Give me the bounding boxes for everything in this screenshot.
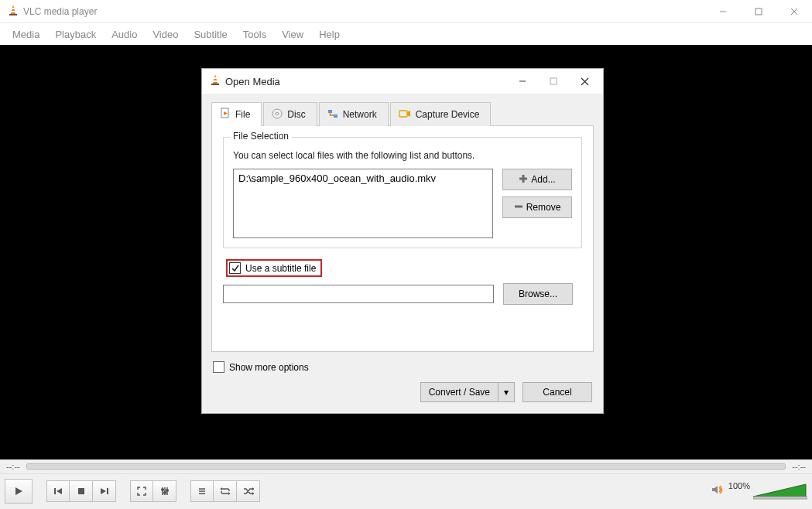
remove-file-button[interactable]: Remove: [502, 196, 572, 218]
loop-button[interactable]: [214, 480, 237, 502]
vlc-cone-icon: [210, 73, 221, 89]
main-close-button[interactable]: [776, 0, 812, 23]
menu-view[interactable]: View: [274, 26, 311, 43]
tab-network-label: Network: [343, 109, 377, 120]
file-list[interactable]: D:\sample_960x400_ocean_with_audio.mkv: [233, 169, 493, 238]
vlc-cone-icon: [8, 4, 19, 19]
svg-point-38: [166, 489, 168, 491]
previous-button[interactable]: [46, 480, 70, 502]
add-file-button[interactable]: Add...: [502, 169, 572, 190]
subtitle-path-input[interactable]: [223, 285, 494, 303]
svg-rect-30: [78, 488, 84, 494]
menu-subtitle[interactable]: Subtitle: [186, 26, 235, 43]
dialog-tabs: File Disc Network Capture Device: [211, 101, 594, 126]
browse-subtitle-button[interactable]: Browse...: [503, 283, 573, 305]
dialog-minimize-button[interactable]: [507, 70, 538, 92]
use-subtitle-label: Use a subtitle file: [245, 263, 316, 274]
video-area: Open Media File Disc Network: [0, 45, 812, 459]
file-list-item[interactable]: D:\sample_960x400_ocean_with_audio.mkv: [238, 173, 488, 184]
file-selection-legend: File Selection: [230, 131, 292, 142]
file-icon: [220, 108, 231, 121]
next-button[interactable]: [93, 480, 116, 502]
extended-settings-button[interactable]: [153, 480, 176, 502]
svg-rect-21: [334, 114, 337, 118]
svg-rect-2: [11, 11, 15, 12]
convert-save-dropdown[interactable]: ▾: [499, 382, 515, 402]
svg-marker-47: [753, 484, 806, 497]
svg-marker-44: [252, 487, 254, 490]
svg-marker-29: [57, 488, 62, 494]
minus-icon: [514, 202, 523, 214]
seek-slider[interactable]: [26, 463, 786, 470]
menu-media[interactable]: Media: [5, 26, 47, 43]
svg-marker-46: [712, 486, 718, 494]
time-elapsed: --:--: [6, 462, 20, 471]
tab-disc[interactable]: Disc: [263, 102, 317, 126]
svg-rect-28: [54, 488, 56, 494]
svg-rect-11: [211, 84, 219, 85]
main-maximize-button[interactable]: [741, 0, 776, 23]
tab-network[interactable]: Network: [319, 102, 389, 126]
file-selection-group: File Selection You can select local file…: [223, 137, 582, 248]
show-more-options-label: Show more options: [229, 362, 309, 373]
cancel-button[interactable]: Cancel: [522, 382, 592, 402]
tab-file-label: File: [235, 109, 250, 120]
menu-playback[interactable]: Playback: [47, 26, 104, 43]
use-subtitle-checkbox[interactable]: [229, 262, 241, 274]
plus-icon: [519, 174, 528, 186]
speaker-icon[interactable]: [711, 484, 724, 498]
svg-marker-43: [228, 492, 231, 495]
network-icon: [327, 108, 338, 121]
volume-percent: 100%: [728, 481, 750, 490]
disc-icon: [272, 108, 283, 121]
cancel-label: Cancel: [543, 387, 571, 398]
stop-button[interactable]: [70, 480, 93, 502]
volume-slider[interactable]: [753, 483, 807, 500]
svg-rect-1: [12, 8, 15, 9]
svg-rect-13: [550, 78, 557, 84]
svg-rect-32: [107, 488, 108, 494]
svg-rect-5: [755, 9, 762, 15]
time-total: --:--: [792, 462, 806, 471]
play-button[interactable]: [5, 479, 33, 504]
add-file-label: Add...: [531, 174, 555, 185]
shuffle-button[interactable]: [237, 480, 260, 502]
file-selection-hint: You can select local files with the foll…: [233, 150, 572, 161]
svg-rect-20: [328, 110, 332, 113]
show-more-options-checkbox[interactable]: [213, 361, 224, 373]
remove-file-label: Remove: [526, 202, 561, 213]
convert-save-button[interactable]: Convert / Save: [420, 382, 499, 402]
dialog-titlebar[interactable]: Open Media: [202, 69, 603, 94]
svg-marker-27: [15, 487, 22, 495]
chevron-down-icon: ▾: [504, 387, 509, 398]
use-subtitle-checkbox-highlight: Use a subtitle file: [226, 259, 322, 277]
svg-marker-42: [220, 487, 222, 490]
tab-file-body: File Selection You can select local file…: [211, 126, 594, 352]
main-minimize-button[interactable]: [705, 0, 741, 23]
tab-capture[interactable]: Capture Device: [390, 102, 492, 126]
svg-rect-10: [213, 80, 218, 82]
capture-device-icon: [399, 108, 411, 121]
menu-help[interactable]: Help: [311, 26, 348, 43]
convert-save-label: Convert / Save: [429, 387, 490, 398]
dialog-close-button[interactable]: [569, 70, 600, 92]
browse-subtitle-label: Browse...: [519, 289, 557, 299]
fullscreen-button[interactable]: [130, 480, 153, 502]
convert-save-splitbutton[interactable]: Convert / Save ▾: [420, 382, 515, 402]
svg-point-19: [276, 112, 279, 115]
menu-tools[interactable]: Tools: [235, 26, 274, 43]
tab-capture-label: Capture Device: [416, 109, 480, 120]
main-menubar: Media Playback Audio Video Subtitle Tool…: [0, 23, 812, 45]
svg-marker-31: [101, 488, 106, 494]
svg-rect-48: [753, 497, 807, 499]
tab-file[interactable]: File: [211, 102, 262, 126]
open-media-dialog: Open Media File Disc Network: [201, 68, 604, 414]
tab-disc-label: Disc: [287, 109, 305, 120]
svg-rect-9: [214, 77, 217, 79]
playlist-button[interactable]: [190, 480, 214, 502]
dialog-maximize-button[interactable]: [538, 70, 569, 92]
menu-audio[interactable]: Audio: [104, 26, 145, 43]
menu-video[interactable]: Video: [145, 26, 186, 43]
svg-rect-3: [9, 14, 17, 15]
svg-point-37: [163, 491, 166, 494]
